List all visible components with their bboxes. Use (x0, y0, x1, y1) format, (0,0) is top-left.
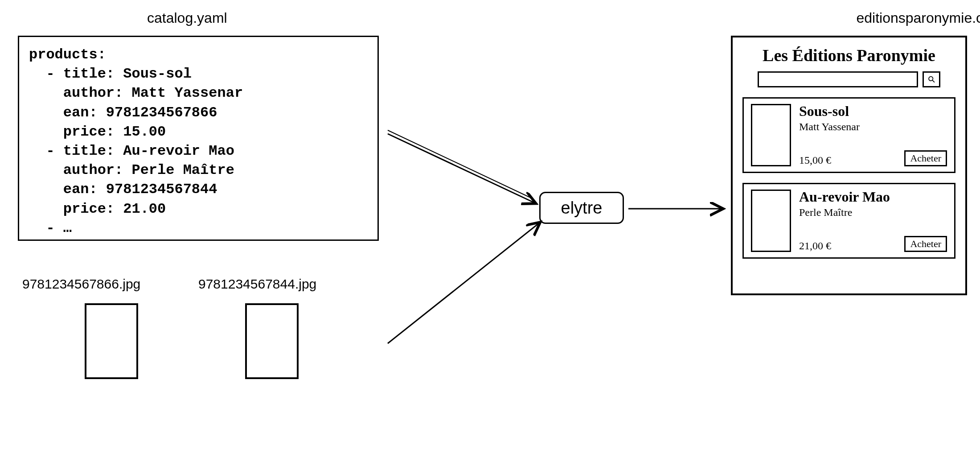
product-price: 21,00 € (799, 240, 831, 252)
search-button[interactable]: ⚲ (923, 71, 940, 87)
site-heading: Les Éditions Paronymie (741, 45, 957, 65)
product-title: Sous-sol (799, 104, 947, 119)
svg-line-1 (388, 130, 530, 198)
product-author: Matt Yassenar (799, 121, 947, 133)
website-domain-label: editionsparonymie.com (856, 10, 980, 26)
yaml-content-box: products: - title: Sous-sol author: Matt… (18, 36, 379, 241)
image-file-2-label: 9781234567844.jpg (198, 277, 316, 292)
product-info: Au-revoir Mao Perle Maître 21,00 € Achet… (799, 190, 947, 252)
product-card: Au-revoir Mao Perle Maître 21,00 € Achet… (742, 183, 955, 259)
buy-button[interactable]: Acheter (904, 150, 947, 166)
image-file-1-label: 9781234567866.jpg (22, 277, 140, 292)
website-preview-box: Les Éditions Paronymie ⚲ Sous-sol Matt Y… (731, 36, 967, 295)
search-input[interactable] (758, 71, 918, 87)
yaml-filename-label: catalog.yaml (147, 10, 227, 26)
book-cover-thumbnail (751, 190, 791, 252)
svg-line-2 (388, 223, 539, 343)
buy-button[interactable]: Acheter (904, 236, 947, 252)
book-cover-thumbnail (751, 104, 791, 166)
center-process-node: elytre (539, 192, 624, 224)
product-card: Sous-sol Matt Yassenar 15,00 € Acheter (742, 97, 955, 173)
search-icon: ⚲ (925, 73, 938, 86)
product-author: Perle Maître (799, 206, 947, 219)
product-info: Sous-sol Matt Yassenar 15,00 € Acheter (799, 104, 947, 166)
product-price: 15,00 € (799, 154, 831, 166)
image-file-2-thumbnail (245, 303, 299, 379)
search-row: ⚲ (741, 71, 957, 87)
image-file-1-thumbnail (85, 303, 138, 379)
svg-line-0 (388, 134, 535, 203)
product-title: Au-revoir Mao (799, 190, 947, 205)
